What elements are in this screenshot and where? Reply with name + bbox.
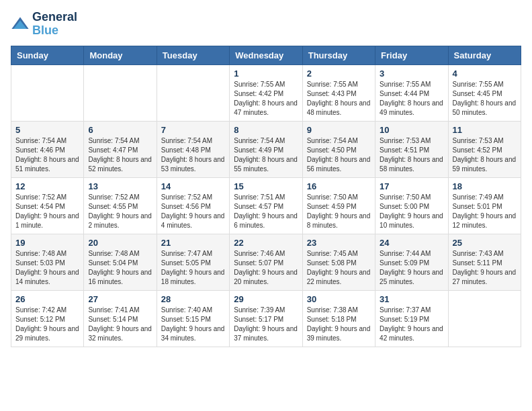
day-number: 13: [88, 181, 152, 191]
calendar-cell: 31Sunrise: 7:37 AM Sunset: 5:19 PM Dayli…: [375, 290, 448, 347]
calendar-week-row: 5Sunrise: 7:54 AM Sunset: 4:46 PM Daylig…: [11, 121, 521, 177]
day-number: 19: [15, 238, 79, 248]
weekday-header: Saturday: [448, 46, 521, 64]
calendar-week-row: 12Sunrise: 7:52 AM Sunset: 4:54 PM Dayli…: [11, 177, 521, 234]
day-number: 26: [15, 294, 79, 304]
weekday-header: Friday: [375, 46, 448, 64]
calendar-cell: [448, 290, 521, 347]
calendar-cell: 1Sunrise: 7:55 AM Sunset: 4:42 PM Daylig…: [230, 64, 302, 121]
day-number: 9: [307, 125, 371, 135]
day-detail: Sunrise: 7:55 AM Sunset: 4:44 PM Dayligh…: [380, 80, 443, 118]
day-detail: Sunrise: 7:45 AM Sunset: 5:08 PM Dayligh…: [307, 249, 371, 287]
calendar-cell: 14Sunrise: 7:52 AM Sunset: 4:56 PM Dayli…: [157, 177, 229, 234]
day-detail: Sunrise: 7:52 AM Sunset: 4:55 PM Dayligh…: [88, 193, 152, 230]
calendar-cell: 20Sunrise: 7:48 AM Sunset: 5:04 PM Dayli…: [84, 234, 157, 290]
day-number: 21: [161, 238, 225, 248]
day-number: 24: [380, 238, 443, 248]
day-detail: Sunrise: 7:48 AM Sunset: 5:04 PM Dayligh…: [88, 249, 152, 287]
day-detail: Sunrise: 7:54 AM Sunset: 4:49 PM Dayligh…: [234, 136, 298, 174]
day-detail: Sunrise: 7:55 AM Sunset: 4:45 PM Dayligh…: [453, 80, 517, 118]
weekday-header: Wednesday: [230, 46, 302, 64]
day-detail: Sunrise: 7:37 AM Sunset: 5:19 PM Dayligh…: [380, 306, 443, 343]
day-detail: Sunrise: 7:55 AM Sunset: 4:42 PM Dayligh…: [234, 80, 298, 118]
calendar-cell: 13Sunrise: 7:52 AM Sunset: 4:55 PM Dayli…: [84, 177, 157, 234]
day-number: 5: [15, 125, 79, 135]
logo: General Blue: [11, 11, 77, 38]
day-number: 31: [380, 294, 443, 304]
day-detail: Sunrise: 7:39 AM Sunset: 5:17 PM Dayligh…: [234, 306, 298, 343]
calendar-week-row: 19Sunrise: 7:48 AM Sunset: 5:03 PM Dayli…: [11, 234, 521, 290]
day-number: 3: [380, 68, 443, 79]
day-number: 11: [453, 125, 517, 135]
day-detail: Sunrise: 7:50 AM Sunset: 4:59 PM Dayligh…: [307, 193, 371, 230]
day-detail: Sunrise: 7:55 AM Sunset: 4:43 PM Dayligh…: [307, 80, 371, 118]
calendar-cell: 21Sunrise: 7:47 AM Sunset: 5:05 PM Dayli…: [157, 234, 229, 290]
day-number: 2: [307, 68, 371, 79]
weekday-header: Monday: [84, 46, 157, 64]
day-detail: Sunrise: 7:53 AM Sunset: 4:51 PM Dayligh…: [380, 136, 443, 174]
calendar-cell: 10Sunrise: 7:53 AM Sunset: 4:51 PM Dayli…: [375, 121, 448, 177]
day-number: 28: [161, 294, 225, 304]
logo-text: General Blue: [32, 11, 77, 38]
day-detail: Sunrise: 7:53 AM Sunset: 4:52 PM Dayligh…: [453, 136, 517, 174]
calendar-cell: 25Sunrise: 7:43 AM Sunset: 5:11 PM Dayli…: [448, 234, 521, 290]
day-detail: Sunrise: 7:48 AM Sunset: 5:03 PM Dayligh…: [15, 249, 79, 287]
day-detail: Sunrise: 7:54 AM Sunset: 4:50 PM Dayligh…: [307, 136, 371, 174]
calendar-cell: 28Sunrise: 7:40 AM Sunset: 5:15 PM Dayli…: [157, 290, 229, 347]
day-detail: Sunrise: 7:54 AM Sunset: 4:47 PM Dayligh…: [88, 136, 152, 174]
day-number: 8: [234, 125, 298, 135]
day-number: 30: [307, 294, 371, 304]
day-detail: Sunrise: 7:54 AM Sunset: 4:46 PM Dayligh…: [15, 136, 79, 174]
day-detail: Sunrise: 7:52 AM Sunset: 4:54 PM Dayligh…: [15, 193, 79, 230]
day-detail: Sunrise: 7:38 AM Sunset: 5:18 PM Dayligh…: [307, 306, 371, 343]
day-number: 27: [88, 294, 152, 304]
calendar-cell: 7Sunrise: 7:54 AM Sunset: 4:48 PM Daylig…: [157, 121, 229, 177]
day-number: 12: [15, 181, 79, 191]
calendar-cell: 30Sunrise: 7:38 AM Sunset: 5:18 PM Dayli…: [302, 290, 375, 347]
calendar-cell: 12Sunrise: 7:52 AM Sunset: 4:54 PM Dayli…: [11, 177, 84, 234]
calendar-cell: 17Sunrise: 7:50 AM Sunset: 5:00 PM Dayli…: [375, 177, 448, 234]
day-number: 22: [234, 238, 298, 248]
weekday-header: Thursday: [302, 46, 375, 64]
calendar-cell: 2Sunrise: 7:55 AM Sunset: 4:43 PM Daylig…: [302, 64, 375, 121]
calendar-cell: 8Sunrise: 7:54 AM Sunset: 4:49 PM Daylig…: [230, 121, 302, 177]
calendar-cell: 22Sunrise: 7:46 AM Sunset: 5:07 PM Dayli…: [230, 234, 302, 290]
day-number: 17: [380, 181, 443, 191]
day-number: 15: [234, 181, 298, 191]
day-number: 6: [88, 125, 152, 135]
page-header: General Blue: [11, 11, 521, 38]
day-detail: Sunrise: 7:50 AM Sunset: 5:00 PM Dayligh…: [380, 193, 443, 230]
calendar-cell: 11Sunrise: 7:53 AM Sunset: 4:52 PM Dayli…: [448, 121, 521, 177]
day-number: 18: [453, 181, 517, 191]
day-detail: Sunrise: 7:43 AM Sunset: 5:11 PM Dayligh…: [453, 249, 517, 287]
day-number: 1: [234, 68, 298, 79]
day-number: 16: [307, 181, 371, 191]
calendar-header-row: SundayMondayTuesdayWednesdayThursdayFrid…: [11, 46, 521, 64]
day-number: 10: [380, 125, 443, 135]
calendar-cell: 9Sunrise: 7:54 AM Sunset: 4:50 PM Daylig…: [302, 121, 375, 177]
day-detail: Sunrise: 7:54 AM Sunset: 4:48 PM Dayligh…: [161, 136, 225, 174]
day-number: 25: [453, 238, 517, 248]
calendar-cell: 26Sunrise: 7:42 AM Sunset: 5:12 PM Dayli…: [11, 290, 84, 347]
calendar-cell: 4Sunrise: 7:55 AM Sunset: 4:45 PM Daylig…: [448, 64, 521, 121]
weekday-header: Tuesday: [157, 46, 229, 64]
day-detail: Sunrise: 7:52 AM Sunset: 4:56 PM Dayligh…: [161, 193, 225, 230]
calendar-cell: 24Sunrise: 7:44 AM Sunset: 5:09 PM Dayli…: [375, 234, 448, 290]
calendar-cell: [157, 64, 229, 121]
day-detail: Sunrise: 7:44 AM Sunset: 5:09 PM Dayligh…: [380, 249, 443, 287]
calendar-cell: 29Sunrise: 7:39 AM Sunset: 5:17 PM Dayli…: [230, 290, 302, 347]
calendar-cell: 19Sunrise: 7:48 AM Sunset: 5:03 PM Dayli…: [11, 234, 84, 290]
day-number: 14: [161, 181, 225, 191]
day-detail: Sunrise: 7:46 AM Sunset: 5:07 PM Dayligh…: [234, 249, 298, 287]
day-number: 7: [161, 125, 225, 135]
calendar-cell: 18Sunrise: 7:49 AM Sunset: 5:01 PM Dayli…: [448, 177, 521, 234]
calendar-cell: [11, 64, 84, 121]
weekday-header: Sunday: [11, 46, 84, 64]
day-detail: Sunrise: 7:42 AM Sunset: 5:12 PM Dayligh…: [15, 306, 79, 343]
calendar-cell: 3Sunrise: 7:55 AM Sunset: 4:44 PM Daylig…: [375, 64, 448, 121]
calendar: SundayMondayTuesdayWednesdayThursdayFrid…: [11, 46, 521, 347]
calendar-cell: 15Sunrise: 7:51 AM Sunset: 4:57 PM Dayli…: [230, 177, 302, 234]
calendar-cell: 5Sunrise: 7:54 AM Sunset: 4:46 PM Daylig…: [11, 121, 84, 177]
calendar-week-row: 1Sunrise: 7:55 AM Sunset: 4:42 PM Daylig…: [11, 64, 521, 121]
day-detail: Sunrise: 7:41 AM Sunset: 5:14 PM Dayligh…: [88, 306, 152, 343]
